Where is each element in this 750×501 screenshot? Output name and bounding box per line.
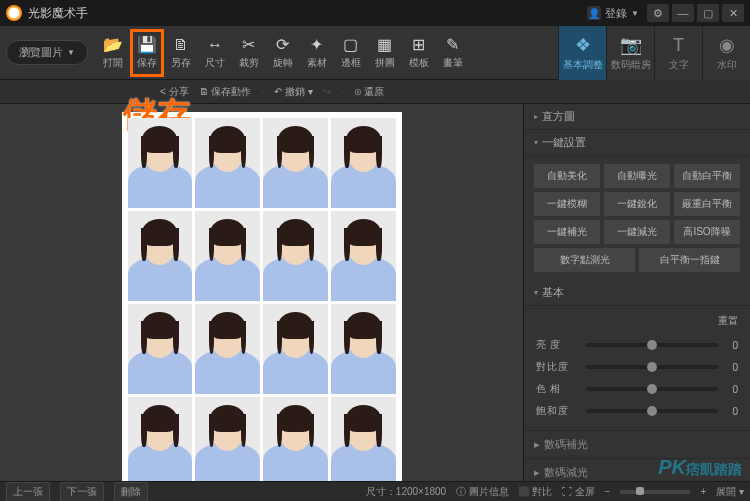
tab-2[interactable]: T文字 bbox=[654, 26, 702, 80]
tab-3[interactable]: ◉水印 bbox=[702, 26, 750, 80]
filter-自動曝光[interactable]: 自動曝光 bbox=[604, 164, 670, 188]
browse-button[interactable]: 瀏覽圖片 ▼ bbox=[6, 40, 88, 65]
slider-track[interactable] bbox=[586, 365, 718, 369]
undo-button[interactable]: ↶ 撤銷 ▾ bbox=[274, 85, 313, 99]
tab-icon: ◉ bbox=[719, 34, 735, 56]
reset-button[interactable]: 重置 bbox=[534, 314, 740, 334]
settings-icon[interactable]: ⚙ bbox=[647, 4, 669, 22]
filter-數字點測光[interactable]: 數字點測光 bbox=[534, 248, 635, 272]
canvas-area[interactable] bbox=[0, 104, 523, 481]
title-bar: 光影魔术手 👤 登錄 ▼ ⚙ — ▢ ✕ bbox=[0, 0, 750, 26]
tab-icon: T bbox=[673, 35, 684, 56]
zoom-in-icon[interactable]: + bbox=[700, 486, 706, 497]
tool-旋轉[interactable]: ⟳旋轉 bbox=[266, 29, 300, 77]
slider-label: 對比度 bbox=[536, 360, 580, 374]
quickset-header[interactable]: ▾一鍵設置 bbox=[524, 130, 750, 156]
tool-label: 打開 bbox=[103, 56, 123, 70]
chevron-icon: ▸ bbox=[534, 112, 538, 121]
filter-嚴重白平衡[interactable]: 嚴重白平衡 bbox=[674, 192, 740, 216]
tool-裁剪[interactable]: ✂裁剪 bbox=[232, 29, 266, 77]
passport-photo bbox=[128, 304, 193, 394]
quickset-grid: 自動美化自動曝光自動白平衡一鍵模糊一鍵銳化嚴重白平衡一鍵補光一鍵減光高ISO降噪 bbox=[534, 164, 740, 244]
section-數碼減光[interactable]: ▸數碼減光 bbox=[524, 458, 750, 481]
filter-一鍵補光[interactable]: 一鍵補光 bbox=[534, 220, 600, 244]
photo-grid bbox=[122, 112, 402, 481]
image-info-button[interactable]: ⓘ 圖片信息 bbox=[456, 485, 509, 499]
maximize-button[interactable]: ▢ bbox=[697, 4, 719, 22]
size-info: 尺寸：1200×1800 bbox=[366, 485, 446, 499]
tool-模板[interactable]: ⊞模板 bbox=[402, 29, 436, 77]
slider-label: 色相 bbox=[536, 382, 580, 396]
close-button[interactable]: ✕ bbox=[722, 4, 744, 22]
filter-白平衡一指鍵[interactable]: 白平衡一指鍵 bbox=[639, 248, 740, 272]
zoom-slider[interactable] bbox=[620, 490, 690, 494]
tool-打開[interactable]: 📂打開 bbox=[96, 29, 130, 77]
quickset-body: 自動美化自動曝光自動白平衡一鍵模糊一鍵銳化嚴重白平衡一鍵補光一鍵減光高ISO降噪… bbox=[524, 156, 750, 280]
tool-尺寸[interactable]: ↔尺寸 bbox=[198, 29, 232, 77]
minimize-button[interactable]: — bbox=[672, 4, 694, 22]
slider-label: 亮度 bbox=[536, 338, 580, 352]
tool-label: 尺寸 bbox=[205, 56, 225, 70]
filter-一鍵銳化[interactable]: 一鍵銳化 bbox=[604, 192, 670, 216]
app-icon bbox=[6, 5, 22, 21]
passport-photo bbox=[128, 397, 193, 481]
tool-拼圖[interactable]: ▦拼圖 bbox=[368, 29, 402, 77]
filter-一鍵模糊[interactable]: 一鍵模糊 bbox=[534, 192, 600, 216]
slider-value: 0 bbox=[724, 406, 738, 417]
tool-label: 裁剪 bbox=[239, 56, 259, 70]
tab-0[interactable]: ❖基本調整 bbox=[558, 26, 606, 80]
passport-photo bbox=[331, 118, 396, 208]
chevron-icon: ▸ bbox=[534, 466, 540, 479]
passport-photo bbox=[195, 118, 260, 208]
passport-photo bbox=[195, 211, 260, 301]
fullscreen-button[interactable]: ⛶ 全屏 bbox=[562, 485, 595, 499]
user-icon: 👤 bbox=[587, 6, 601, 20]
login-label: 登錄 bbox=[605, 6, 627, 21]
filter-自動白平衡[interactable]: 自動白平衡 bbox=[674, 164, 740, 188]
passport-photo bbox=[263, 211, 328, 301]
tool-label: 旋轉 bbox=[273, 56, 293, 70]
filter-自動美化[interactable]: 自動美化 bbox=[534, 164, 600, 188]
compare-button[interactable]: ▥ 對比 bbox=[519, 485, 552, 499]
slider-track[interactable] bbox=[586, 409, 718, 413]
tool-icon: 💾 bbox=[138, 36, 156, 54]
tab-1[interactable]: 📷数码暗房 bbox=[606, 26, 654, 80]
save-action-button[interactable]: 🗎 保存動作 bbox=[199, 85, 252, 99]
login-button[interactable]: 👤 登錄 ▼ bbox=[579, 6, 647, 21]
slider-track[interactable] bbox=[586, 343, 718, 347]
restore-button[interactable]: ⊙ 還原 bbox=[354, 85, 385, 99]
chevron-down-icon: ▼ bbox=[631, 9, 639, 18]
sliders: 亮度0對比度0色相0飽和度0 bbox=[534, 334, 740, 422]
tool-畫筆[interactable]: ✎畫筆 bbox=[436, 29, 470, 77]
zoom-mode[interactable]: 展開 ▾ bbox=[716, 485, 744, 499]
slider-對比度: 對比度0 bbox=[534, 356, 740, 378]
next-button[interactable]: 下一張 bbox=[60, 482, 104, 502]
tool-label: 拼圖 bbox=[375, 56, 395, 70]
tool-icon: ▦ bbox=[376, 36, 394, 54]
zoom-out-icon[interactable]: − bbox=[605, 486, 611, 497]
slider-value: 0 bbox=[724, 340, 738, 351]
filter-高ISO降噪[interactable]: 高ISO降噪 bbox=[674, 220, 740, 244]
tool-保存[interactable]: 💾保存儲存 bbox=[130, 29, 164, 77]
passport-photo bbox=[331, 211, 396, 301]
slider-track[interactable] bbox=[586, 387, 718, 391]
tool-邊框[interactable]: ▢邊框 bbox=[334, 29, 368, 77]
histogram-header[interactable]: ▸直方圖 bbox=[524, 104, 750, 130]
tool-icon: ✂ bbox=[240, 36, 258, 54]
redo-button[interactable]: ↪ bbox=[323, 86, 331, 97]
passport-photo bbox=[128, 211, 193, 301]
section-數碼補光[interactable]: ▸數碼補光 bbox=[524, 430, 750, 458]
slider-色相: 色相0 bbox=[534, 378, 740, 400]
tool-icon: ✎ bbox=[444, 36, 462, 54]
tool-另存[interactable]: 🗎另存 bbox=[164, 29, 198, 77]
tool-icon: ↔ bbox=[206, 36, 224, 54]
tool-icon: 🗎 bbox=[172, 36, 190, 54]
tab-icon: 📷 bbox=[620, 34, 642, 56]
tab-label: 基本調整 bbox=[563, 58, 603, 72]
passport-photo bbox=[263, 397, 328, 481]
prev-button[interactable]: 上一張 bbox=[6, 482, 50, 502]
tool-素材[interactable]: ✦素材 bbox=[300, 29, 334, 77]
basic-header[interactable]: ▾基本 bbox=[524, 280, 750, 306]
filter-一鍵減光[interactable]: 一鍵減光 bbox=[604, 220, 670, 244]
delete-button[interactable]: 刪除 bbox=[114, 482, 148, 502]
